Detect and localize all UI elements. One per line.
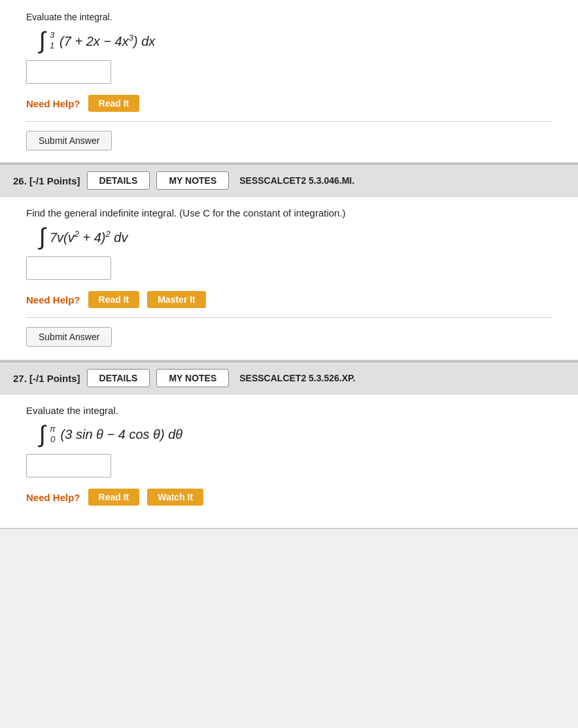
top-need-help-row: Need Help? Read It [26, 95, 552, 112]
question26-bar: 26. [-/1 Points] DETAILS MY NOTES SESSCA… [0, 164, 578, 197]
top-need-help-label: Need Help? [26, 98, 80, 109]
question27-need-help-row: Need Help? Read It Watch It [26, 489, 552, 506]
top-read-it-button[interactable]: Read It [88, 95, 140, 112]
question27-number: 27. [-/1 Points] [13, 373, 80, 384]
integral-expression-top: (7 + 2x − 4x3) dx [60, 33, 155, 49]
question26-number: 26. [-/1 Points] [13, 175, 80, 186]
question26-need-help-row: Need Help? Read It Master It [26, 291, 552, 308]
question26-need-help-label: Need Help? [26, 294, 80, 305]
top-answer-box[interactable] [26, 60, 111, 84]
question27-instruction: Evaluate the integral. [26, 405, 552, 416]
integral-sign-q26: ∫ [39, 225, 46, 249]
top-integral: ∫ 3 1 (7 + 2x − 4x3) dx [39, 29, 552, 52]
integral-expression-q27: (3 sin θ − 4 cos θ) dθ [61, 427, 183, 442]
question26-integral: ∫ 7v(v2 + 4)2 dv [39, 225, 552, 249]
top-instruction: Evaluate the integral. [26, 12, 552, 22]
question27-my-notes-button[interactable]: MY NOTES [156, 369, 229, 387]
top-submit-button[interactable]: Submit Answer [26, 131, 112, 150]
question26-details-button[interactable]: DETAILS [87, 171, 150, 190]
question27-answer-box[interactable] [26, 454, 111, 477]
question27-bar: 27. [-/1 Points] DETAILS MY NOTES SESSCA… [0, 361, 578, 394]
question27-need-help-label: Need Help? [26, 492, 80, 503]
question27-integral: ∫ π 0 (3 sin θ − 4 cos θ) dθ [39, 423, 552, 446]
question27-content: Evaluate the integral. ∫ π 0 (3 sin θ − … [0, 394, 578, 529]
question26-my-notes-button[interactable]: MY NOTES [156, 171, 229, 190]
top-divider [26, 121, 552, 122]
question27-watch-it-button[interactable]: Watch It [147, 489, 203, 506]
question26-read-it-button[interactable]: Read It [88, 291, 140, 308]
integral-upper-q27: π [50, 424, 56, 434]
integral-upper-top: 3 [50, 30, 54, 41]
question27-read-it-button[interactable]: Read It [88, 489, 140, 506]
integral-sign-top: ∫ [39, 29, 46, 52]
integral-lower-q27: 0 [50, 434, 55, 445]
integral-expression-q26: 7v(v2 + 4)2 dv [50, 229, 128, 245]
question26-master-it-button[interactable]: Master It [147, 291, 206, 308]
question27-details-button[interactable]: DETAILS [87, 369, 150, 387]
integral-limits-top: 3 1 [50, 30, 54, 50]
question26-instruction: Find the general indefinite integral. (U… [26, 207, 552, 218]
question26-answer-box[interactable] [26, 256, 111, 280]
integral-lower-top: 1 [50, 41, 54, 51]
question26-divider [26, 317, 552, 318]
integral-limits-q27: π 0 [50, 424, 56, 444]
question26-submit-button[interactable]: Submit Answer [26, 327, 112, 347]
question26-content: Find the general indefinite integral. (U… [0, 197, 578, 361]
integral-sign-q27: ∫ [39, 423, 46, 446]
question27-reference: SESSCALCET2 5.3.526.XP. [239, 373, 355, 383]
question26-reference: SESSCALCET2 5.3.046.MI. [239, 175, 354, 186]
